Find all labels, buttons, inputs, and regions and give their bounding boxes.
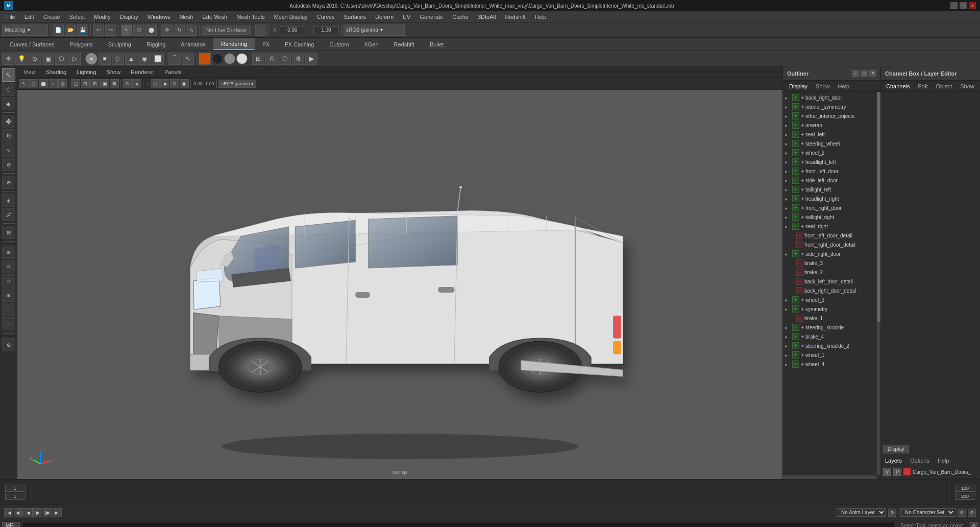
menu-mesh-tools[interactable]: Mesh Tools: [232, 13, 268, 21]
vt-panels[interactable]: Panels: [162, 68, 184, 76]
outliner-item[interactable]: ▸+✦front_right_door: [783, 203, 880, 212]
otab-help[interactable]: Help: [834, 82, 854, 90]
menu-file[interactable]: File: [2, 13, 19, 21]
char-set-btn1[interactable]: ⚙: [958, 509, 966, 517]
outliner-item[interactable]: ▸+✦headlight_right: [783, 194, 880, 203]
otab-display[interactable]: Display: [785, 82, 812, 90]
area-light-icon[interactable]: ▣: [42, 53, 54, 65]
move-tool-btn[interactable]: ✥: [2, 115, 15, 128]
texture-icon[interactable]: ⊞: [252, 53, 264, 65]
sub-btn4[interactable]: ○: [48, 79, 58, 88]
outliner-item[interactable]: −brake_1: [783, 314, 880, 323]
render-settings-icon[interactable]: ⚙: [292, 53, 304, 65]
light-icon[interactable]: 💡: [15, 53, 28, 65]
box-btn-3[interactable]: ⊡: [2, 274, 15, 288]
outliner-item[interactable]: −back_right_door_detail: [783, 286, 880, 295]
play-forward-btn[interactable]: ▶: [33, 508, 42, 517]
start-frame-input[interactable]: [5, 485, 26, 492]
tab-animation[interactable]: Animation: [173, 39, 213, 50]
sub-btn8[interactable]: ⊞: [90, 79, 100, 88]
go-end-btn[interactable]: ▶|: [53, 508, 62, 517]
mode-dropdown[interactable]: Modeling ▾: [2, 25, 48, 36]
outliner-item[interactable]: ▸+✦wheel_1: [783, 350, 880, 360]
menu-surfaces[interactable]: Surfaces: [340, 13, 370, 21]
outliner-item[interactable]: ▸+✦seat_right: [783, 222, 880, 231]
box-btn-2[interactable]: ⊟: [2, 260, 15, 273]
outliner-item[interactable]: ▸+✦wheel_4: [783, 360, 880, 369]
plane-icon[interactable]: ⬜: [152, 53, 164, 65]
open-btn[interactable]: 📂: [65, 25, 76, 36]
circle-dark[interactable]: [212, 53, 223, 64]
outliner-scrollbar-v[interactable]: [876, 92, 880, 475]
ipr-icon[interactable]: ▶: [305, 53, 317, 65]
next-key-btn[interactable]: |▶: [43, 508, 52, 517]
cbtab-edit[interactable]: Edit: [915, 82, 930, 90]
spotlight-icon[interactable]: ⊙: [29, 53, 41, 65]
outliner-scrollbar-h[interactable]: [783, 475, 876, 479]
outliner-item[interactable]: ▸+✦taillight_left: [783, 185, 880, 194]
tab-fx[interactable]: FX: [255, 39, 277, 50]
menu-select[interactable]: Select: [65, 13, 89, 21]
outliner-close[interactable]: ✕: [869, 70, 876, 77]
cube-icon[interactable]: ■: [99, 53, 111, 65]
vt-lighting[interactable]: Lighting: [75, 68, 99, 76]
sub-btn15[interactable]: ⊙: [170, 79, 179, 88]
menu-mesh-display[interactable]: Mesh Display: [270, 13, 312, 21]
save-btn[interactable]: 💾: [77, 25, 88, 36]
sub-btn9[interactable]: ▣: [100, 79, 109, 88]
anim-layer-dropdown[interactable]: No Anim Layer: [837, 508, 886, 517]
tab-redshift[interactable]: Redshift: [386, 39, 422, 50]
paint-btn[interactable]: ⬤: [145, 25, 157, 36]
lasso-btn[interactable]: ⬡: [133, 25, 144, 36]
lasso-tool-btn[interactable]: ⬡: [2, 83, 15, 96]
go-start-btn[interactable]: |◀: [4, 508, 13, 517]
sub-btn7[interactable]: ⊟: [81, 79, 90, 88]
maximize-button[interactable]: □: [960, 2, 967, 9]
outliner-item[interactable]: ▸+✦taillight_right: [783, 212, 880, 222]
tab-rendering[interactable]: Rendering: [213, 38, 255, 50]
vt-shading[interactable]: Shading: [44, 68, 68, 76]
sun-icon[interactable]: ☀: [2, 53, 14, 65]
move-btn[interactable]: ✥: [161, 25, 173, 36]
sub-btn5[interactable]: ◎: [58, 79, 67, 88]
sub-btn10[interactable]: ⊠: [110, 79, 119, 88]
outliner-item[interactable]: ▸+✦side_left_door: [783, 176, 880, 185]
max-frame-input[interactable]: [955, 493, 975, 500]
x-input[interactable]: [280, 26, 305, 34]
cbtab-channels[interactable]: Channels: [883, 82, 913, 90]
close-button[interactable]: ✕: [969, 2, 976, 9]
select-tool-btn[interactable]: ↖: [2, 68, 15, 82]
status-right-icon[interactable]: ⚙: [970, 522, 978, 528]
outliner-item[interactable]: −back_left_door_detail: [783, 277, 880, 286]
menu-cache[interactable]: Cache: [448, 13, 473, 21]
sub-btn14[interactable]: ◆: [160, 79, 169, 88]
layer-p-btn[interactable]: P: [893, 468, 901, 476]
sphere-icon[interactable]: ●: [85, 53, 97, 65]
cbtab-object[interactable]: Object: [933, 82, 955, 90]
cbtab-show[interactable]: Show: [957, 82, 977, 90]
gamma-dropdown[interactable]: sRGB gamma ▾: [218, 80, 256, 88]
viewport[interactable]: View Shading Lighting Show Renderer Pane…: [17, 66, 782, 479]
volume-light-icon[interactable]: ⬡: [55, 53, 67, 65]
paint-tool-btn[interactable]: ◉: [2, 97, 15, 110]
box-btn-5[interactable]: ⬚: [2, 303, 15, 316]
render-icon[interactable]: ▷: [68, 53, 81, 65]
circle-white[interactable]: [236, 53, 248, 64]
outliner-item[interactable]: ▸+✦steering_knuckle: [783, 323, 880, 332]
menu-help[interactable]: Help: [531, 13, 551, 21]
minimize-button[interactable]: −: [950, 2, 958, 9]
menu-create[interactable]: Create: [39, 13, 64, 21]
universal-manip-btn[interactable]: ⊛: [2, 158, 15, 171]
char-set-dropdown[interactable]: No Character Set: [900, 508, 955, 517]
scale-tool-btn[interactable]: ⤡: [2, 143, 15, 157]
snap-to-btn[interactable]: ⊕: [2, 176, 15, 189]
play-back-btn[interactable]: ◀: [23, 508, 33, 517]
sculpt-btn[interactable]: 🖊: [2, 208, 15, 221]
outliner-item[interactable]: −brake_3: [783, 258, 880, 268]
menu-uv[interactable]: UV: [399, 13, 414, 21]
show-manip-btn[interactable]: ⊞: [2, 226, 15, 239]
outliner-restore[interactable]: □: [861, 70, 868, 77]
layer-tab-options[interactable]: Options: [908, 457, 932, 465]
sub-btn13[interactable]: ⬡: [151, 79, 160, 88]
tab-xgen[interactable]: XGen: [356, 39, 386, 50]
